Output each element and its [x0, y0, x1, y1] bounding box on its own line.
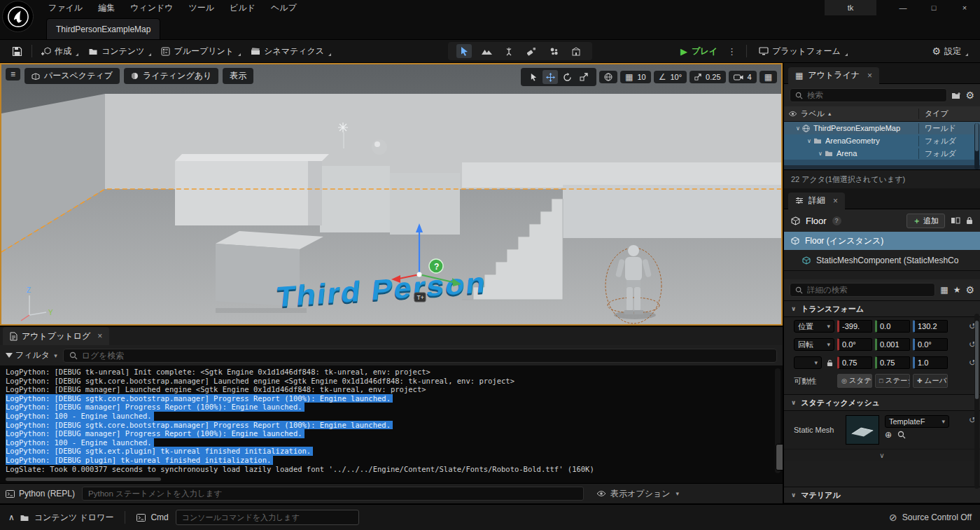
static-mesh-thumbnail[interactable] [846, 415, 879, 445]
label-column-header[interactable]: ラベル ▲ [801, 109, 918, 119]
viewport-layout-button[interactable]: ▦ [760, 71, 777, 83]
outliner-settings-button[interactable]: ⚙ [965, 90, 974, 101]
outliner-row-folder[interactable]: ∨ Arena フォルダ [784, 147, 980, 160]
play-button[interactable]: ▶ プレイ [676, 43, 722, 60]
scale-x-field[interactable]: 0.75 [837, 356, 872, 369]
menu-item-edit[interactable]: 編集 [90, 1, 122, 15]
foliage-mode-button[interactable] [501, 44, 517, 58]
browse-to-asset-icon[interactable] [897, 431, 906, 439]
log-line[interactable]: LogPython: [DEBUG sgtk.core.bootstrap.ma… [6, 394, 393, 403]
cinematics-button[interactable]: シネマティクス [246, 43, 336, 60]
brush-editing-mode-button[interactable] [568, 44, 584, 58]
content-button[interactable]: コンテンツ [83, 43, 156, 60]
grid-snap-control[interactable]: ▦ 10 [620, 71, 651, 83]
angle-snap-control[interactable]: ∠ 10° [654, 71, 687, 83]
lock-details-button[interactable] [966, 216, 973, 225]
close-button[interactable]: × [949, 0, 980, 15]
details-settings-button[interactable]: ⚙ [965, 284, 974, 295]
details-scrollbar[interactable] [974, 314, 979, 489]
type-column-header[interactable]: タイプ [918, 109, 980, 119]
scale-lock-button[interactable] [825, 359, 834, 367]
outliner-scrollbar[interactable] [974, 123, 979, 169]
mobility-stationary-button[interactable]: □ ステーショナリ [875, 374, 910, 388]
scale-z-field[interactable]: 1.0 [913, 356, 948, 369]
log-line[interactable]: LogPython: [DEBUG manager] Launched engi… [6, 385, 777, 394]
component-row-instance[interactable]: Floor (インスタンス) [784, 232, 980, 250]
use-selected-asset-icon[interactable]: ⊕ [885, 431, 892, 439]
location-z-field[interactable]: 130.2 [913, 320, 948, 333]
perspective-button[interactable]: パースペクティブ [24, 68, 120, 84]
rotation-y-field[interactable]: 0.001 [875, 338, 910, 351]
scale-snap-control[interactable]: 0.25 [690, 71, 725, 83]
log-line[interactable]: LogPython: [DEBUG sgtk.core.bootstrap.ma… [6, 421, 393, 430]
sibling-panels-button[interactable] [951, 216, 960, 225]
outliner-row-world[interactable]: ∨ ThirdPersonExampleMap ワールド [784, 122, 980, 134]
add-component-button[interactable]: ＋ 追加 [906, 214, 945, 228]
rotation-z-field[interactable]: 0.0° [913, 338, 948, 351]
create-button[interactable]: 作成 [36, 43, 83, 60]
lit-mode-button[interactable]: ライティングあり [124, 68, 218, 84]
scale-tool-button[interactable] [576, 70, 592, 84]
log-line[interactable]: LogPython: [DEBUG sgtk.ext.plugin] tk-un… [6, 447, 313, 456]
outliner-row-folder[interactable]: ∨ ArenaGeometry フォルダ [784, 134, 980, 147]
mobility-static-button[interactable]: ◎ スタティック [837, 374, 872, 388]
log-line[interactable]: LogPython: [DEBUG manager] Progress Repo… [6, 429, 304, 438]
section-materials[interactable]: ∨ マテリアル [784, 487, 980, 503]
log-search-input[interactable] [82, 349, 771, 362]
log-horizontal-scrollbar[interactable] [6, 477, 161, 481]
rotation-type-combo[interactable]: 回転▾ [794, 338, 834, 351]
scale-type-combo[interactable]: ▾ [794, 356, 822, 369]
platforms-button[interactable]: プラットフォーム [754, 43, 853, 60]
log-line[interactable]: LogPython: [DEBUG tk-unreal] Init comple… [6, 368, 777, 377]
rotation-x-field[interactable]: 0.0° [837, 338, 872, 351]
menu-item-help[interactable]: ヘルプ [263, 1, 304, 15]
console-command-input[interactable] [176, 510, 359, 525]
move-tool-button[interactable] [542, 70, 558, 84]
details-search-input[interactable] [807, 284, 930, 296]
save-button[interactable] [7, 43, 27, 60]
log-line[interactable]: LogPython: 100 - Engine launched. [6, 438, 154, 447]
favorites-button[interactable]: ★ [953, 286, 961, 294]
location-y-field[interactable]: 0.0 [875, 320, 910, 333]
menu-item-file[interactable]: ファイル [41, 1, 90, 15]
content-drawer-button[interactable]: ∧ コンテンツ ドロワー [8, 512, 113, 524]
unreal-logo-icon[interactable] [2, 1, 34, 32]
viewport-menu-button[interactable]: ≡ [6, 68, 20, 81]
restore-button[interactable]: □ [918, 0, 949, 15]
chevron-down-icon[interactable]: ∨ [805, 138, 813, 144]
component-row-staticmesh[interactable]: StaticMeshComponent (StaticMeshCo [784, 250, 980, 271]
log-vertical-scrollbar[interactable] [775, 368, 780, 473]
log-filter-button[interactable]: フィルタ ▾ [6, 349, 57, 361]
play-options-icon[interactable]: ⋮ [724, 46, 739, 57]
select-tool-button[interactable] [526, 70, 541, 84]
chevron-down-icon[interactable]: ∨ [816, 151, 825, 157]
viewport[interactable]: Z Y Third Person [0, 63, 783, 326]
camera-speed-control[interactable]: 4 [729, 71, 757, 83]
log-line[interactable]: LogSlate: Took 0.000377 seconds to synch… [6, 465, 777, 474]
tab-outliner[interactable]: ▦ アウトライナ × [788, 67, 879, 84]
outliner-row-partial[interactable] [784, 160, 980, 165]
mesh-paint-mode-button[interactable] [524, 44, 539, 58]
minimize-button[interactable]: — [888, 0, 918, 15]
tab-details[interactable]: 詳細 × [788, 193, 845, 209]
python-repl-button[interactable]: Python (REPL) [6, 489, 75, 498]
log-line[interactable]: LogPython: [DEBUG manager] Progress Repo… [6, 403, 304, 412]
mobility-movable-button[interactable]: ✚ ムーバブル [913, 374, 948, 388]
location-type-combo[interactable]: 位置▾ [794, 320, 834, 333]
menu-item-window[interactable]: ウィンドウ [122, 1, 181, 15]
fracture-mode-button[interactable] [546, 44, 561, 58]
python-input[interactable] [82, 487, 584, 501]
world-local-toggle[interactable] [599, 71, 617, 83]
tab-level[interactable]: ThirdPersonExampleMap [46, 18, 160, 39]
cmd-button[interactable]: Cmd [136, 512, 168, 522]
outliner-search-input[interactable] [807, 89, 941, 102]
blueprint-button[interactable]: ブループリント [156, 43, 246, 60]
log-line[interactable]: LogPython: 100 - Engine launched. [6, 412, 154, 421]
menu-item-tools[interactable]: ツール [181, 1, 223, 15]
advanced-expander[interactable]: ∨ [784, 449, 980, 461]
static-mesh-asset-combo[interactable]: TemplateF▾ [885, 415, 949, 428]
visibility-column-icon[interactable] [784, 111, 801, 117]
close-tab-icon[interactable]: × [97, 331, 102, 341]
close-tab-icon[interactable]: × [867, 71, 872, 81]
close-tab-icon[interactable]: × [833, 196, 838, 206]
